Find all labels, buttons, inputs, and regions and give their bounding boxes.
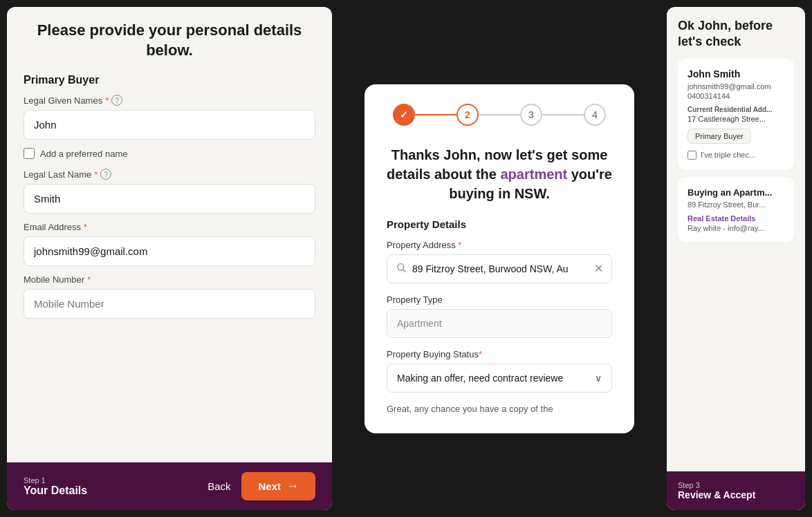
step-number: Step 1	[24, 476, 87, 485]
bottom-actions: Back Next →	[207, 472, 315, 500]
svg-line-1	[403, 270, 406, 272]
property-address-label: Property Address *	[387, 240, 612, 250]
step-info: Step 1 Your Details	[24, 476, 87, 497]
property-card-title: Buying an Apartm...	[688, 187, 784, 198]
right-bottom-bar: Step 3 Review & Accept	[667, 471, 805, 510]
next-button[interactable]: Next →	[241, 472, 315, 500]
primary-buyer-badge: Primary Buyer	[688, 129, 751, 144]
real-estate-label: Real Estate Details	[688, 214, 784, 223]
property-card-address: 89 Fitzroy Street, Bur...	[688, 200, 784, 209]
right-panel: Ok John, before let's check John Smith j…	[667, 7, 805, 510]
clear-address-icon[interactable]: ✕	[594, 262, 603, 275]
preferred-name-checkbox[interactable]	[24, 148, 35, 159]
last-name-label: Legal Last Name* ?	[24, 169, 315, 180]
property-type-label: Property Type	[387, 294, 612, 305]
step-indicator: ✓ 2 3 4	[387, 104, 612, 126]
user-email: johnsmith99@gmail.com	[688, 82, 784, 91]
svg-point-0	[398, 263, 404, 270]
apartment-highlight: apartment	[500, 167, 567, 182]
preferred-name-row: Add a preferred name	[24, 148, 315, 159]
given-names-label: Legal Given Names* ?	[24, 95, 315, 106]
right-step-number: Step 3	[678, 481, 794, 489]
residential-addr-value: 17 Castlereagh Stree...	[688, 115, 784, 123]
center-panel: ✓ 2 3 4 Thanks John, now let's get some …	[332, 0, 667, 517]
user-info-card: John Smith johnsmith99@gmail.com 0400314…	[678, 59, 794, 169]
buying-status-select[interactable]: Making an offer, need contract reviewe ∨	[387, 364, 612, 393]
step-circle-1: ✓	[393, 104, 415, 126]
property-type-field: Apartment	[387, 309, 612, 338]
triple-check-checkbox[interactable]	[688, 151, 696, 160]
property-address-value: 89 Fitzroy Street, Burwood NSW, Au	[412, 263, 589, 274]
email-label: Email Address*	[24, 222, 315, 232]
right-panel-title: Ok John, before let's check	[678, 18, 794, 50]
step-line-1	[415, 114, 456, 115]
user-name: John Smith	[688, 68, 784, 79]
email-input[interactable]	[24, 236, 315, 266]
triple-check-label: I've triple chec...	[701, 151, 755, 159]
last-name-info-icon[interactable]: ?	[100, 169, 111, 180]
left-bottom-bar: Step 1 Your Details Back Next →	[7, 462, 332, 510]
step-name: Your Details	[24, 485, 87, 497]
mobile-input[interactable]	[24, 289, 315, 319]
center-card: ✓ 2 3 4 Thanks John, now let's get some …	[365, 84, 634, 433]
search-icon	[396, 262, 407, 276]
step-circle-4: 4	[584, 104, 606, 126]
left-panel-title: Please provide your personal details bel…	[24, 21, 315, 60]
primary-buyer-label: Primary Buyer	[24, 74, 315, 86]
left-panel: Please provide your personal details bel…	[7, 7, 332, 510]
property-info-card: Buying an Apartm... 89 Fitzroy Street, B…	[678, 178, 794, 242]
user-phone: 0400314144	[688, 92, 784, 100]
mobile-label: Mobile Number*	[24, 274, 315, 285]
chevron-down-icon: ∨	[595, 373, 602, 384]
real-estate-value: Ray white - info@ray...	[688, 224, 784, 232]
center-title: Thanks John, now let's get some details …	[387, 145, 612, 203]
bottom-hint-text: Great, any chance you have a copy of the	[387, 404, 612, 414]
step-circle-3: 3	[520, 104, 542, 126]
buying-status-label: Property Buying Status*	[387, 349, 612, 359]
right-step-name: Review & Accept	[678, 489, 794, 500]
step-line-3	[542, 114, 584, 115]
step-line-2	[479, 114, 520, 115]
property-address-field[interactable]: 89 Fitzroy Street, Burwood NSW, Au ✕	[387, 254, 612, 283]
next-arrow-icon: →	[286, 479, 299, 494]
triple-check-row: I've triple chec...	[688, 151, 784, 160]
back-button[interactable]: Back	[207, 480, 230, 492]
preferred-name-label: Add a preferred name	[40, 149, 127, 159]
residential-addr-label: Current Residential Add...	[688, 106, 784, 113]
given-names-input[interactable]	[24, 110, 315, 140]
last-name-input[interactable]	[24, 184, 315, 214]
given-names-info-icon[interactable]: ?	[111, 95, 122, 106]
property-details-title: Property Details	[387, 218, 612, 230]
step-circle-2: 2	[456, 104, 479, 126]
